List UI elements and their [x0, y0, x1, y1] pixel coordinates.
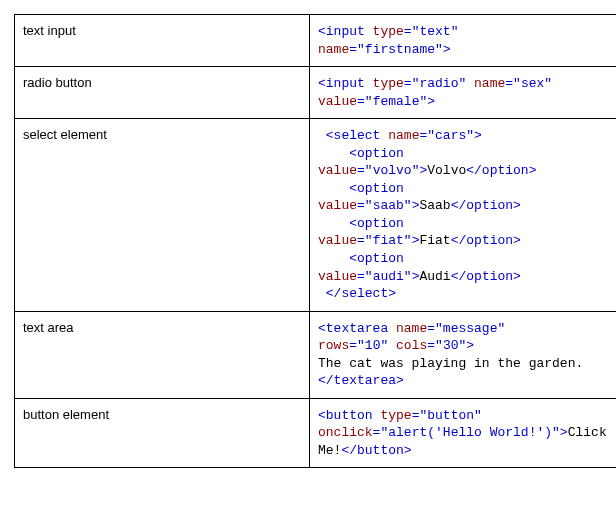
code-sample: <input type="text" name="firstname">: [310, 15, 617, 67]
html-elements-table: text input<input type="text" name="first…: [14, 14, 616, 468]
table-row: select element <select name="cars"> <opt…: [15, 119, 617, 311]
code-sample: <button type="button" onclick="alert('He…: [310, 398, 617, 468]
element-label: button element: [15, 398, 310, 468]
table-row: text area<textarea name="message" rows="…: [15, 311, 617, 398]
element-label: select element: [15, 119, 310, 311]
code-sample: <select name="cars"> <option value="volv…: [310, 119, 617, 311]
element-label: text input: [15, 15, 310, 67]
table-row: button element<button type="button" oncl…: [15, 398, 617, 468]
element-label: text area: [15, 311, 310, 398]
table-body: text input<input type="text" name="first…: [15, 15, 617, 468]
code-sample: <textarea name="message" rows="10" cols=…: [310, 311, 617, 398]
table-row: radio button<input type="radio" name="se…: [15, 67, 617, 119]
code-sample: <input type="radio" name="sex" value="fe…: [310, 67, 617, 119]
table-row: text input<input type="text" name="first…: [15, 15, 617, 67]
element-label: radio button: [15, 67, 310, 119]
